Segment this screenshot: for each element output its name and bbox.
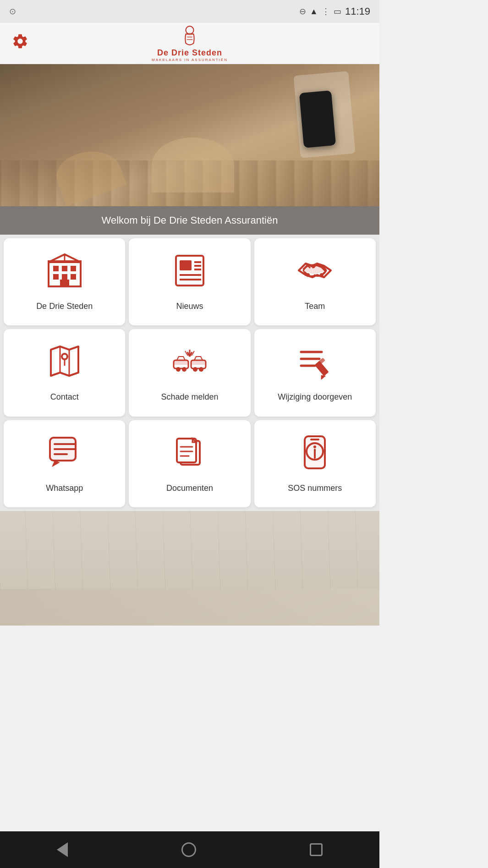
wifi-icon: ▲: [310, 7, 318, 16]
table-bg: [0, 511, 379, 589]
menu-item-whatsapp[interactable]: Whatsapp: [4, 420, 125, 507]
svg-rect-53: [50, 438, 76, 461]
map-icon: [46, 343, 83, 385]
recents-button[interactable]: [310, 843, 323, 856]
svg-rect-16: [180, 260, 192, 270]
app-header: De Drie Steden MAKELAARS IN ASSURANTIËN: [0, 23, 379, 64]
svg-point-1: [186, 33, 193, 35]
welcome-banner: Welkom bij De Drie Steden Assurantiën: [0, 206, 379, 235]
menu-item-de-drie-steden[interactable]: De Drie Steden: [4, 238, 125, 325]
pencil-lines-icon: [296, 343, 333, 385]
signal-icon: ⋮: [322, 6, 330, 16]
svg-point-34: [199, 367, 203, 372]
settings-button[interactable]: [11, 33, 29, 54]
menu-item-team[interactable]: Team: [254, 238, 376, 325]
back-button[interactable]: [57, 842, 68, 857]
svg-rect-35: [174, 360, 188, 365]
svg-rect-7: [71, 266, 76, 271]
svg-point-27: [63, 355, 66, 358]
menu-label-sos-nummers: SOS nummers: [288, 483, 342, 494]
building-icon: [46, 252, 83, 294]
svg-rect-8: [53, 274, 59, 280]
hero-hand: [152, 137, 234, 192]
svg-point-63: [313, 445, 316, 448]
status-left: ⊙: [9, 6, 16, 16]
handshake-icon: [296, 252, 333, 294]
menu-label-team: Team: [305, 301, 325, 312]
hero-phone: [299, 90, 336, 148]
menu-label-wijziging-doorgeven: Wijziging doorgeven: [278, 392, 352, 402]
svg-rect-15: [176, 256, 203, 286]
whatsapp-icon: [46, 434, 83, 476]
home-button[interactable]: [181, 842, 196, 857]
phone-info-icon: [296, 434, 333, 476]
status-right: ⊖ ▲ ⋮ ▭ 11:19: [299, 5, 370, 17]
do-not-disturb-icon: ⊖: [299, 6, 306, 16]
logo-name: De Drie Steden: [157, 48, 222, 58]
menu-item-schade-melden[interactable]: Schade melden: [129, 329, 250, 416]
menu-item-contact[interactable]: Contact: [4, 329, 125, 416]
clock: 11:19: [345, 5, 370, 17]
menu-label-whatsapp: Whatsapp: [46, 483, 83, 494]
welcome-text: Welkom bij De Drie Steden Assurantiën: [102, 214, 278, 226]
menu-item-sos-nummers[interactable]: SOS nummers: [254, 420, 376, 507]
svg-rect-11: [60, 280, 69, 286]
menu-label-contact: Contact: [50, 392, 79, 402]
app-logo: De Drie Steden MAKELAARS IN ASSURANTIËN: [152, 25, 228, 62]
documents-icon: [171, 434, 208, 476]
svg-rect-36: [191, 360, 206, 365]
menu-label-schade-melden: Schade melden: [161, 392, 218, 402]
menu-label-de-drie-steden: De Drie Steden: [36, 301, 93, 312]
car-crash-icon: [171, 343, 208, 385]
android-nav-bar: [0, 831, 379, 868]
status-bar: ⊙ ⊖ ▲ ⋮ ▭ 11:19: [0, 0, 379, 23]
battery-icon: ▭: [334, 6, 341, 16]
loading-icon: ⊙: [9, 6, 16, 16]
svg-point-31: [176, 367, 181, 372]
svg-rect-9: [62, 274, 67, 280]
bottom-area: [0, 511, 379, 626]
newspaper-icon: [171, 252, 208, 294]
svg-point-32: [182, 367, 186, 372]
menu-label-documenten: Documenten: [166, 483, 213, 494]
svg-marker-49: [52, 461, 60, 467]
svg-rect-5: [53, 266, 59, 271]
svg-rect-6: [62, 266, 67, 271]
menu-item-nieuws[interactable]: Nieuws: [129, 238, 250, 325]
logo-subtitle: MAKELAARS IN ASSURANTIËN: [152, 58, 228, 62]
menu-item-wijziging-doorgeven[interactable]: Wijziging doorgeven: [254, 329, 376, 416]
logo-icon: [178, 25, 201, 48]
menu-label-nieuws: Nieuws: [176, 301, 203, 312]
menu-grid: De Drie Steden Nieuws: [0, 235, 379, 511]
svg-rect-10: [71, 274, 76, 280]
menu-item-documenten[interactable]: Documenten: [129, 420, 250, 507]
hero-image: [0, 64, 379, 206]
svg-point-33: [193, 367, 197, 372]
